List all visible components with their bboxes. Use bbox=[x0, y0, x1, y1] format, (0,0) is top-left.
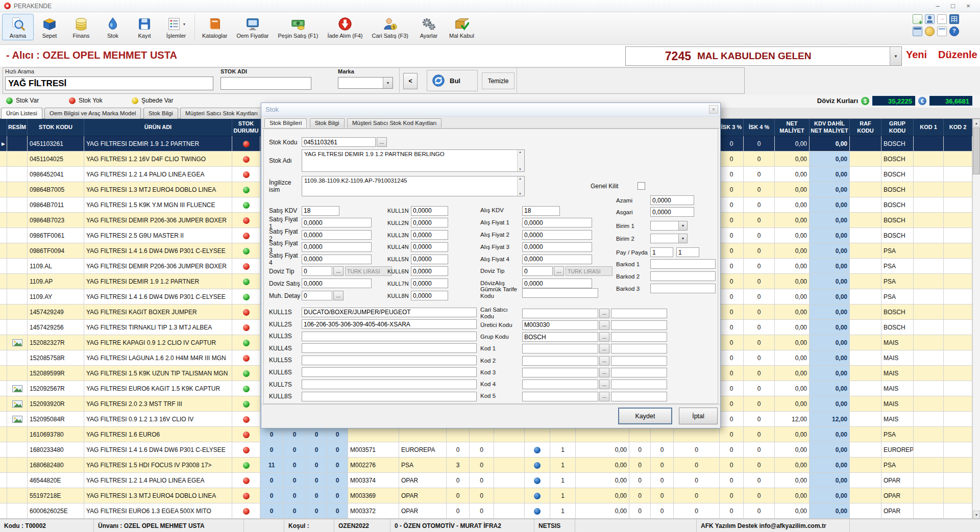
duzenle-button[interactable]: Düzenle bbox=[938, 49, 977, 61]
stok-adi-search-input[interactable] bbox=[220, 77, 311, 90]
stok-adi-textarea[interactable]: YAG FILTRESI DEMIR 1.9 1.2 PARTNER BERLI… bbox=[302, 149, 525, 172]
kull-s-input[interactable] bbox=[302, 332, 477, 341]
toolbar-cari-satis[interactable]: $ Cari Satış (F3) bbox=[367, 14, 413, 40]
grup-kodu-input[interactable] bbox=[522, 332, 598, 342]
spinner-icon[interactable] bbox=[517, 150, 524, 171]
uretici-kodu-input[interactable] bbox=[522, 320, 598, 330]
stok-kodu-input[interactable] bbox=[302, 137, 376, 147]
alis-fiyat1-input[interactable] bbox=[522, 218, 592, 227]
kod4-browse-button[interactable]: ... bbox=[599, 379, 609, 389]
toolbar-kayit[interactable]: Kayıt bbox=[129, 14, 160, 40]
kod1-input[interactable] bbox=[522, 344, 598, 353]
legend-subede-var[interactable]: Şubede Var bbox=[132, 97, 174, 104]
cari-satici-browse-button[interactable]: ... bbox=[599, 309, 609, 318]
column-header[interactable]: KOD 2 bbox=[944, 119, 972, 136]
kull-n-input[interactable] bbox=[411, 242, 448, 252]
scrollbar-thumb[interactable] bbox=[973, 128, 980, 174]
kull-n-input[interactable] bbox=[411, 255, 448, 264]
kod2-browse-button[interactable]: ... bbox=[599, 356, 609, 366]
payda-input[interactable] bbox=[676, 247, 699, 257]
legend-stok-yok[interactable]: Stok Yok bbox=[69, 97, 103, 104]
table-row[interactable]: 1680233480 YAG FILTRESI 1.4 1.6 DW4 DW6 … bbox=[0, 442, 972, 458]
column-header[interactable] bbox=[0, 119, 7, 136]
new-record-icon[interactable] bbox=[913, 14, 922, 24]
azami-input[interactable] bbox=[650, 195, 694, 205]
temizle-button[interactable]: Temizle bbox=[482, 72, 514, 89]
muh-detay-browse-button[interactable]: ... bbox=[333, 291, 344, 300]
panel-icon[interactable] bbox=[937, 27, 947, 36]
kod2-adi-input[interactable] bbox=[611, 356, 667, 366]
doviz-satis-input[interactable] bbox=[302, 278, 372, 288]
kod4-input[interactable] bbox=[522, 379, 598, 389]
barkod3-input[interactable] bbox=[650, 284, 716, 293]
column-header[interactable]: NET MALİYET bbox=[775, 119, 810, 136]
toolbar-sepet[interactable]: Sepet bbox=[34, 14, 65, 40]
kull-n-input[interactable] bbox=[411, 266, 448, 276]
toolbar-kataloglar[interactable]: Kataloglar bbox=[198, 14, 232, 40]
alis-fiyat2-input[interactable] bbox=[522, 230, 592, 240]
maximize-button[interactable]: □ bbox=[945, 2, 961, 10]
satis-fiyat3-input[interactable] bbox=[302, 242, 372, 252]
alis-kdv-input[interactable] bbox=[522, 206, 560, 216]
back-button[interactable]: < bbox=[403, 73, 418, 89]
muh-detay-input[interactable] bbox=[302, 291, 332, 300]
dialog-close-button[interactable]: × bbox=[709, 105, 718, 114]
table-row[interactable]: 6000626025E YAG FILTRESI EURO6 1.3 EGEA … bbox=[0, 503, 972, 519]
doviz-tip-alis-browse-button[interactable]: ... bbox=[554, 266, 564, 276]
tab-stok-bilgi[interactable]: Stok Bilgi bbox=[143, 108, 178, 119]
table-row[interactable]: 46544820E YAG FILTRESI 1.2 1.4 PALIO LIN… bbox=[0, 473, 972, 488]
chevron-down-icon[interactable] bbox=[678, 221, 687, 230]
grup-browse-button[interactable]: ... bbox=[599, 332, 609, 342]
dialog-titlebar[interactable]: Stok bbox=[261, 103, 720, 116]
close-button[interactable]: × bbox=[961, 2, 976, 10]
satis-fiyat1-input[interactable] bbox=[302, 218, 372, 227]
kod3-adi-input[interactable] bbox=[611, 368, 667, 377]
uretici-adi-input[interactable] bbox=[611, 320, 667, 330]
toolbar-iade-alim[interactable]: İade Alım (F4) bbox=[323, 14, 367, 40]
column-header[interactable]: RAF KODU bbox=[850, 119, 881, 136]
doviz-tip-satis-input[interactable] bbox=[302, 266, 332, 276]
chevron-down-icon[interactable] bbox=[678, 234, 687, 243]
quick-search-input[interactable] bbox=[5, 77, 213, 90]
gumruk-input[interactable] bbox=[522, 288, 598, 298]
toolbar-mal-kabul[interactable]: Mal Kabul bbox=[445, 14, 479, 40]
doviz-tip-browse-button[interactable]: ... bbox=[333, 266, 344, 276]
kod2-input[interactable] bbox=[522, 356, 598, 366]
export-icon[interactable] bbox=[937, 14, 947, 24]
dialog-tab-stok-bilgileri[interactable]: Stok Bilgileri bbox=[264, 118, 307, 128]
kod3-input[interactable] bbox=[522, 368, 598, 377]
kull-n-input[interactable] bbox=[411, 291, 448, 300]
column-header[interactable]: ÜRÜN ADI bbox=[84, 119, 232, 136]
window-icon[interactable] bbox=[913, 27, 922, 36]
kod5-browse-button[interactable]: ... bbox=[599, 392, 609, 401]
barkod2-input[interactable] bbox=[650, 271, 716, 281]
kull-s-input[interactable] bbox=[302, 319, 477, 329]
genel-kilit-checkbox[interactable] bbox=[638, 182, 645, 190]
kull-n-input[interactable] bbox=[411, 206, 448, 216]
birim1-select[interactable] bbox=[650, 221, 688, 231]
kull-s-input[interactable] bbox=[302, 379, 477, 389]
cari-satici-kodu-input[interactable] bbox=[522, 309, 598, 318]
column-header[interactable]: RESİM bbox=[7, 119, 28, 136]
toolbar-arama[interactable]: Arama bbox=[2, 14, 34, 40]
table-row[interactable]: 55197218E YAG FILTRESI 1.3 MTJ EURO4 DOB… bbox=[0, 488, 972, 503]
tab-musteri-satici[interactable]: Müşteri Satıcı Stok Kayıtları bbox=[180, 108, 263, 119]
table-row[interactable]: 1610693780 YAG FILTRESI 1.6 EURO6 0 0 0 … bbox=[0, 427, 972, 442]
alis-fiyat3-input[interactable] bbox=[522, 242, 592, 252]
legend-stok-var[interactable]: Stok Var bbox=[6, 97, 39, 104]
dialog-tab-musteri-satici-kod[interactable]: Müşteri Satıcı Stok Kod Kayıtları bbox=[347, 118, 442, 128]
kod5-adi-input[interactable] bbox=[611, 392, 667, 401]
column-header[interactable]: İSK 3 % bbox=[720, 119, 744, 136]
kull-s-input[interactable] bbox=[302, 308, 477, 317]
birim2-select[interactable] bbox=[650, 234, 688, 243]
kull-n-input[interactable] bbox=[411, 278, 448, 288]
doviz-tip-alis-input[interactable] bbox=[522, 266, 553, 276]
help-icon[interactable] bbox=[949, 27, 959, 36]
coin-icon[interactable] bbox=[925, 27, 935, 36]
tab-oem-bilgisi[interactable]: Oem Bilgisi ve Araç Marka Model bbox=[44, 108, 141, 119]
asgari-input[interactable] bbox=[650, 207, 694, 217]
column-header[interactable]: İSK 4 % bbox=[744, 119, 775, 136]
ingilizce-textarea[interactable]: 1109.38-1109.K2-1109.AP-7910031245 bbox=[302, 176, 525, 196]
toolbar-islemler[interactable]: ▼ İşlemler bbox=[160, 14, 192, 40]
kull-n-input[interactable] bbox=[411, 218, 448, 227]
